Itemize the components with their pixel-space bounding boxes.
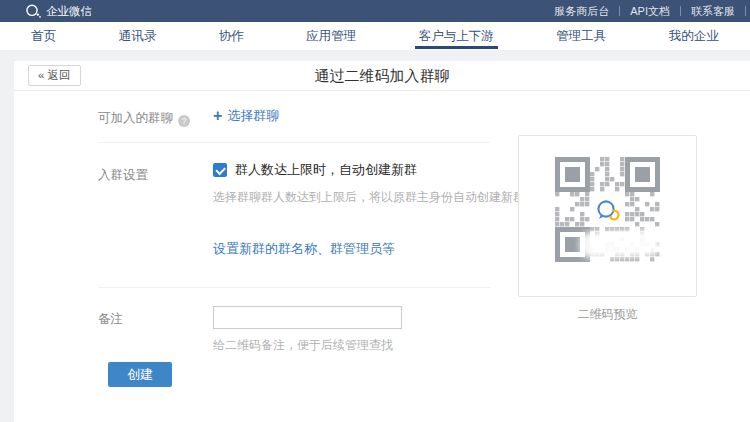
remark-label: 备注 — [98, 311, 123, 328]
contact-support-link[interactable]: 联系客服 — [681, 4, 745, 19]
nav-item-home[interactable]: 首页 — [31, 22, 56, 50]
new-group-settings-link[interactable]: 设置新群的群名称、群管理员等 — [213, 240, 395, 258]
wecom-bubble-icon — [594, 196, 621, 223]
main-nav: 首页 通讯录 协作 应用管理 客户与上下游 管理工具 我的企业 — [0, 22, 750, 50]
nav-item-tools[interactable]: 管理工具 — [556, 22, 606, 50]
nav-item-collaboration[interactable]: 协作 — [219, 22, 244, 50]
qr-code — [555, 157, 660, 262]
separator — [745, 6, 746, 16]
auto-create-checkbox[interactable] — [213, 163, 227, 177]
join-settings-helper: 选择群聊群人数达到上限后，将以原群主身份自动创建新群 — [213, 189, 525, 206]
page-title: 通过二维码加入群聊 — [14, 61, 750, 90]
qr-blur-overlay — [580, 230, 661, 259]
section-divider — [98, 142, 490, 143]
nav-item-my-company[interactable]: 我的企业 — [669, 22, 719, 50]
select-group-label: 选择群聊 — [227, 108, 279, 123]
nav-item-apps[interactable]: 应用管理 — [306, 22, 356, 50]
remark-helper: 给二维码备注，便于后续管理查找 — [213, 337, 393, 354]
select-group-link[interactable]: +选择群聊 — [213, 107, 279, 125]
nav-item-customers[interactable]: 客户与上下游 — [419, 22, 494, 50]
nav-item-contacts[interactable]: 通讯录 — [119, 22, 157, 50]
plus-icon: + — [213, 107, 222, 124]
create-button[interactable]: 创建 — [108, 362, 172, 387]
info-icon[interactable] — [178, 115, 190, 127]
card-header: « 返回 通过二维码加入群聊 — [14, 61, 750, 91]
auto-create-group-option: 群人数达上限时，自动创建新群 — [213, 161, 417, 179]
qr-preview-caption: 二维码预览 — [518, 306, 697, 323]
section-divider — [98, 287, 490, 288]
join-settings-label: 入群设置 — [98, 167, 148, 184]
auto-create-checkbox-label: 群人数达上限时，自动创建新群 — [235, 161, 417, 179]
topbar-links: 服务商后台 API文档 联系客服 — [544, 4, 746, 19]
brand-name: 企业微信 — [46, 4, 92, 19]
joinable-group-label: 可加入的群聊 — [98, 110, 190, 127]
provider-console-link[interactable]: 服务商后台 — [544, 4, 619, 19]
qr-preview-panel — [518, 135, 697, 297]
topbar: 企业微信 服务商后台 API文档 联系客服 — [0, 0, 750, 22]
content-card: « 返回 通过二维码加入群聊 可加入的群聊 +选择群聊 入群设置 群人数达上限时… — [14, 61, 750, 422]
wecom-logo-icon — [25, 4, 41, 18]
remark-input[interactable] — [213, 306, 402, 329]
joinable-group-label-text: 可加入的群聊 — [98, 111, 173, 125]
brand: 企业微信 — [25, 4, 92, 19]
api-docs-link[interactable]: API文档 — [620, 4, 680, 19]
